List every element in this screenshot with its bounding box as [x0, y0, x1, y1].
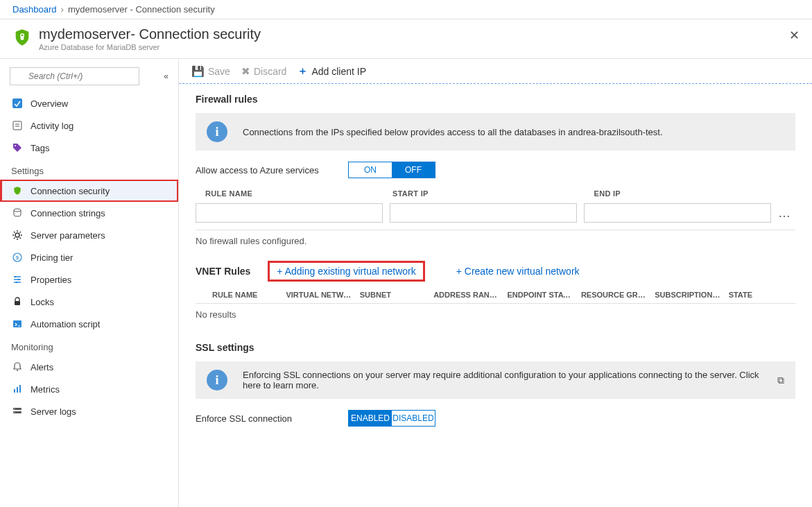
sidebar-item-properties[interactable]: Properties — [0, 268, 178, 291]
close-button[interactable]: ✕ — [789, 28, 800, 43]
sidebar-item-label: Server logs — [31, 406, 76, 417]
svg-point-5 — [15, 145, 16, 146]
discard-icon: ✖ — [241, 65, 250, 78]
properties-icon — [11, 273, 24, 286]
add-client-ip-button[interactable]: ＋ Add client IP — [297, 65, 366, 78]
vnet-col-state: STATE — [729, 291, 795, 299]
sidebar-item-server-parameters[interactable]: Server parameters — [0, 224, 178, 246]
svg-point-33 — [14, 412, 15, 413]
page-title: mydemoserver- Connection security — [39, 26, 261, 42]
svg-point-22 — [18, 279, 20, 281]
save-label: Save — [208, 66, 230, 77]
popout-icon[interactable]: ⧉ — [777, 375, 784, 386]
sidebar-item-activity-log[interactable]: Activity log — [0, 114, 178, 137]
breadcrumb: Dashboard › mydemoserver - Connection se… — [0, 0, 812, 19]
ssl-enabled-option[interactable]: ENABLED — [349, 411, 392, 426]
discard-button[interactable]: ✖ Discard — [241, 65, 286, 78]
shield-icon — [12, 28, 32, 47]
metrics-icon — [11, 383, 24, 395]
ssl-title: SSL settings — [196, 342, 795, 353]
sidebar-item-automation-script[interactable]: Automation script — [0, 313, 178, 335]
sidebar-item-connection-security[interactable]: Connection security — [0, 180, 178, 202]
sidebar-item-label: Connection security — [31, 186, 110, 196]
page-subtitle: Azure Database for MariaDB server — [39, 43, 261, 51]
overview-icon — [11, 97, 24, 110]
svg-point-32 — [14, 409, 15, 409]
firewall-rules-section: Firewall rules i Connections from the IP… — [179, 84, 812, 253]
info-icon: i — [207, 370, 227, 390]
vnet-col-subscription-id: SUBSCRIPTION ID — [655, 291, 721, 299]
breadcrumb-separator: › — [61, 4, 64, 15]
firewall-empty-text: No firewall rules configured. — [196, 236, 795, 246]
col-rule-name: RULE NAME — [205, 189, 392, 198]
sidebar-item-label: Alerts — [31, 362, 53, 372]
sidebar-item-label: Metrics — [31, 384, 60, 395]
svg-rect-28 — [17, 387, 18, 393]
vnet-col-address-range: ADDRESS RANGE — [433, 291, 500, 299]
vnet-columns: RULE NAME VIRTUAL NETWO… SUBNET ADDRESS … — [196, 286, 795, 303]
connection-strings-icon — [11, 207, 24, 219]
svg-line-14 — [14, 238, 15, 239]
create-new-vnet-link[interactable]: + Create new virtual network — [456, 266, 580, 277]
vnet-title: VNET Rules — [196, 266, 250, 277]
firewall-rule-name-input[interactable] — [196, 203, 383, 223]
ssl-disabled-option[interactable]: DISABLED — [392, 411, 435, 426]
svg-rect-2 — [13, 121, 21, 130]
firewall-row-more-button[interactable]: … — [778, 206, 792, 221]
svg-point-23 — [16, 282, 18, 284]
svg-rect-27 — [14, 389, 15, 393]
sidebar-item-overview[interactable]: Overview — [0, 92, 178, 114]
sidebar-item-locks[interactable]: Locks — [0, 291, 178, 313]
firewall-end-ip-input[interactable] — [584, 203, 771, 223]
breadcrumb-root-link[interactable]: Dashboard — [12, 4, 57, 15]
vnet-col-endpoint-status: ENDPOINT STAT… — [508, 291, 574, 299]
sidebar-search-input[interactable] — [10, 67, 139, 85]
ssl-settings-section: SSL settings i Enforcing SSL connections… — [179, 332, 812, 445]
pricing-tier-icon: $ — [11, 251, 24, 264]
toggle-off-option[interactable]: OFF — [392, 162, 435, 178]
server-logs-icon — [11, 405, 24, 418]
sidebar-item-label: Properties — [31, 275, 71, 285]
sidebar-group-settings: Settings — [0, 159, 178, 180]
vnet-col-rule-name: RULE NAME — [212, 291, 279, 299]
sidebar-item-tags[interactable]: Tags — [0, 137, 178, 159]
collapse-sidebar-button[interactable]: « — [164, 71, 169, 81]
allow-azure-toggle[interactable]: ON OFF — [348, 162, 435, 178]
ssl-info-text[interactable]: Enforcing SSL connections on your server… — [243, 370, 770, 390]
plus-icon: ＋ — [297, 65, 308, 78]
gear-icon — [11, 229, 24, 241]
sidebar-item-pricing-tier[interactable]: $ Pricing tier — [0, 246, 178, 268]
add-existing-vnet-link[interactable]: + Adding existing virtual network — [270, 263, 422, 280]
sidebar-item-alerts[interactable]: Alerts — [0, 356, 178, 378]
sidebar-item-connection-strings[interactable]: Connection strings — [0, 202, 178, 224]
sidebar-item-label: Locks — [31, 297, 54, 307]
save-button[interactable]: 💾 Save — [191, 65, 230, 78]
sidebar-item-label: Automation script — [31, 319, 100, 329]
sidebar: 🔍 « Overview Activity log Tags Settings … — [0, 59, 179, 507]
ssl-info-banner: i Enforcing SSL connections on your serv… — [196, 361, 795, 399]
svg-rect-24 — [15, 301, 20, 305]
shield-small-icon — [11, 184, 24, 197]
firewall-start-ip-input[interactable] — [390, 203, 577, 223]
sidebar-item-metrics[interactable]: Metrics — [0, 378, 178, 400]
firewall-new-row: … — [196, 203, 795, 223]
col-start-ip: START IP — [392, 189, 594, 198]
sidebar-group-monitoring: Monitoring — [0, 335, 178, 356]
enforce-ssl-toggle[interactable]: ENABLED DISABLED — [348, 410, 435, 427]
breadcrumb-current: mydemoserver - Connection security — [68, 4, 215, 15]
firewall-info-banner: i Connections from the IPs specified bel… — [196, 113, 795, 151]
main-content: 💾 Save ✖ Discard ＋ Add client IP Firewal… — [179, 59, 812, 507]
svg-rect-25 — [13, 320, 21, 327]
toggle-on-option[interactable]: ON — [349, 162, 392, 178]
svg-rect-29 — [19, 385, 21, 393]
sidebar-item-label: Overview — [31, 98, 68, 109]
sidebar-item-server-logs[interactable]: Server logs — [0, 400, 178, 422]
allow-azure-label: Allow access to Azure services — [196, 165, 348, 175]
discard-label: Discard — [254, 66, 286, 77]
svg-point-6 — [14, 209, 21, 212]
svg-text:$: $ — [16, 255, 19, 261]
svg-point-7 — [15, 233, 19, 237]
sidebar-item-label: Server parameters — [31, 230, 105, 241]
automation-script-icon — [11, 318, 24, 330]
vnet-empty-text: No results — [196, 303, 795, 325]
